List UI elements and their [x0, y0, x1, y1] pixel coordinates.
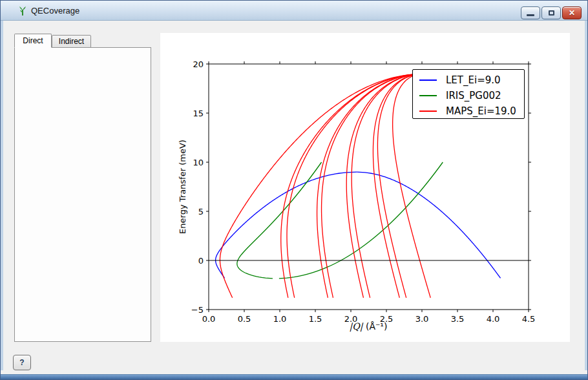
legend-line-sample [419, 79, 437, 81]
titlebar[interactable]: QECoverage ✕ [1, 1, 587, 21]
curve-MAPS_Ei=19.0 [287, 74, 424, 298]
curve-LET_Ei=9.0 [357, 172, 500, 278]
x-tick-label: 0.0 [202, 314, 216, 324]
window-frame-right [585, 21, 587, 370]
tab-direct[interactable]: Direct [14, 34, 52, 48]
close-icon: ✕ [569, 8, 575, 17]
window-frame-bottom [1, 374, 587, 379]
y-tick-label: 10 [193, 158, 204, 167]
maximize-button[interactable] [541, 6, 561, 19]
tab-indirect[interactable]: Indirect [52, 35, 91, 48]
legend-label: IRIS_PG002 [446, 90, 501, 101]
x-tick-label: 4.5 [522, 314, 536, 324]
x-axis-label-math: |Q| [350, 321, 363, 332]
help-button[interactable]: ? [13, 355, 31, 370]
x-tick-label: 3.5 [451, 314, 465, 324]
y-tick-label: 0 [198, 256, 204, 266]
window-frame-left [1, 21, 3, 370]
legend: LET_Ei=9.0 IRIS_PG002 MAPS_Ei=19.0 [412, 69, 525, 119]
x-tick-label: 1.0 [273, 314, 287, 324]
y-axis-label: Energy Transfer (meV) [178, 140, 187, 234]
x-tick-label: 1.5 [309, 314, 322, 324]
curve-MAPS_Ei=19.0 [322, 74, 425, 298]
direct-tab-pane [14, 47, 151, 342]
y-tick-label: 15 [193, 109, 204, 118]
curve-IRIS_PG002 [279, 162, 443, 279]
x-tick-label: 4.0 [487, 314, 500, 324]
maximize-icon [549, 10, 554, 16]
legend-entry: IRIS_PG002 [419, 88, 524, 103]
close-button[interactable]: ✕ [562, 6, 582, 19]
x-axis-label-unit: (Å⁻¹) [366, 321, 388, 332]
qecoverage-window: QECoverage ✕ Direct Indirect MAPS Ei ✔ P… [0, 0, 588, 380]
legend-label: LET_Ei=9.0 [446, 74, 501, 86]
plot-canvas: 0.00.51.01.52.02.53.03.54.04.5−505101520… [160, 33, 570, 342]
legend-label: MAPS_Ei=19.0 [446, 105, 516, 117]
x-tick-label: 3.0 [415, 314, 429, 324]
curve-LET_Ei=9.0 [216, 172, 357, 278]
legend-entry: LET_Ei=9.0 [419, 72, 524, 88]
window-title: QECoverage [31, 6, 79, 16]
x-axis-label: |Q| (Å⁻¹) [350, 321, 388, 332]
legend-line-sample [419, 111, 437, 112]
legend-entry: MAPS_Ei=19.0 [419, 103, 524, 119]
x-tick-label: 0.5 [238, 314, 251, 324]
minimize-icon [527, 14, 534, 16]
y-tick-label: −5 [191, 305, 204, 315]
minimize-button[interactable] [521, 6, 540, 19]
y-tick-label: 5 [198, 207, 204, 216]
app-icon [17, 6, 28, 16]
y-tick-label: 20 [193, 59, 204, 69]
legend-line-sample [419, 95, 437, 96]
curve-IRIS_PG002 [237, 162, 322, 279]
